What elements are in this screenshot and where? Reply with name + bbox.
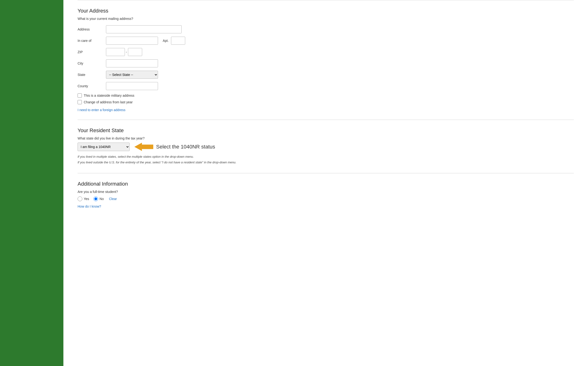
additional-info-section: Additional Information Are you a full-ti… — [77, 173, 574, 216]
resident-state-select[interactable]: I am filing a 1040NRAlabamaAlaskaArizona… — [77, 143, 130, 151]
military-checkbox-row: This is a stateside military address — [77, 93, 574, 98]
city-row: City — [77, 59, 574, 67]
state-row: State -- Select State --AlabamaAlaskaAri… — [77, 71, 574, 79]
county-input[interactable] — [106, 82, 158, 90]
select-hint-text: Select the 1040NR status — [156, 144, 215, 150]
resident-state-note1: If you lived in multiple states, select … — [77, 154, 574, 159]
address-input[interactable] — [106, 25, 182, 33]
address-label: Address — [77, 27, 106, 31]
arrow-container: Select the 1040NR status — [134, 143, 215, 151]
city-label: City — [77, 61, 106, 65]
address-subtitle: What is your current mailing address? — [77, 17, 574, 21]
county-label: County — [77, 84, 106, 88]
orange-arrow-icon — [134, 143, 153, 151]
no-radio[interactable] — [93, 197, 98, 201]
resident-state-section: Your Resident State What state did you l… — [77, 120, 574, 173]
resident-state-dropdown-row: I am filing a 1040NRAlabamaAlaskaArizona… — [77, 143, 574, 151]
state-label: State — [77, 73, 106, 76]
foreign-address-link[interactable]: I need to enter a foreign address — [77, 108, 125, 112]
military-checkbox-label: This is a stateside military address — [84, 94, 134, 97]
yes-label: Yes — [84, 197, 89, 201]
apt-input[interactable] — [171, 37, 185, 45]
sidebar — [0, 0, 63, 366]
zip-dash: - — [126, 50, 127, 54]
resident-state-question-text: What state did you live in during the ta… — [77, 137, 145, 140]
change-address-checkbox[interactable] — [77, 100, 82, 104]
city-input[interactable] — [106, 59, 158, 67]
apt-label: Apt. — [163, 39, 169, 43]
address-section-title: Your Address — [77, 8, 574, 14]
state-select-address[interactable]: -- Select State --AlabamaAlaskaArizonaAr… — [106, 71, 158, 79]
incareof-input[interactable] — [106, 37, 158, 45]
address-section: Your Address What is your current mailin… — [77, 0, 574, 120]
how-do-i-know-link[interactable]: How do I know? — [77, 205, 101, 208]
svg-marker-0 — [134, 143, 153, 151]
additional-info-title: Additional Information — [77, 181, 574, 187]
no-option: No — [93, 197, 104, 201]
address-row: Address — [77, 25, 574, 33]
yes-radio[interactable] — [77, 197, 82, 201]
zip-input-main[interactable] — [106, 48, 125, 56]
zip-input-ext[interactable] — [128, 48, 142, 56]
zip-label: ZIP — [77, 50, 106, 54]
change-address-checkbox-row: Change of address from last year — [77, 100, 574, 104]
military-checkbox[interactable] — [77, 93, 82, 98]
full-time-student-question: Are you a full-time student? — [77, 190, 574, 194]
incareof-label: In care of — [77, 39, 106, 43]
clear-link[interactable]: Clear — [109, 197, 117, 201]
resident-state-note2: If you lived outside the U.S. for the en… — [77, 160, 574, 165]
no-label: No — [100, 197, 104, 201]
change-address-checkbox-label: Change of address from last year — [84, 100, 133, 104]
yes-option: Yes — [77, 197, 89, 201]
zip-group: - — [106, 48, 142, 56]
resident-state-question: What state did you live in during the ta… — [77, 137, 574, 140]
main-content: Your Address What is your current mailin… — [63, 0, 588, 366]
county-row: County — [77, 82, 574, 90]
incareof-row: In care of Apt. — [77, 37, 574, 45]
zip-row: ZIP - — [77, 48, 574, 56]
student-radio-row: Yes No Clear — [77, 197, 574, 201]
resident-state-title: Your Resident State — [77, 127, 574, 134]
